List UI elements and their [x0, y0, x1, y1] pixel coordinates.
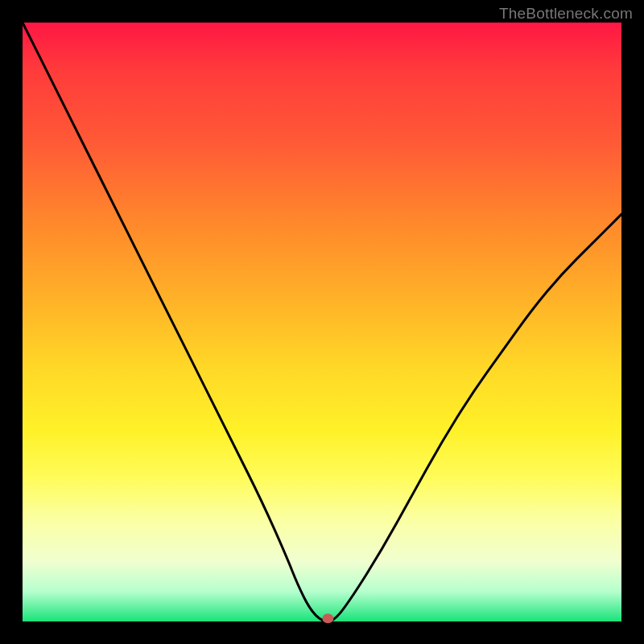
chart-frame: TheBottleneck.com [0, 0, 644, 644]
optimum-marker [322, 613, 333, 623]
curve-svg [23, 23, 621, 621]
watermark-label: TheBottleneck.com [499, 5, 633, 23]
bottleneck-curve [23, 23, 621, 621]
plot-area [23, 23, 621, 621]
